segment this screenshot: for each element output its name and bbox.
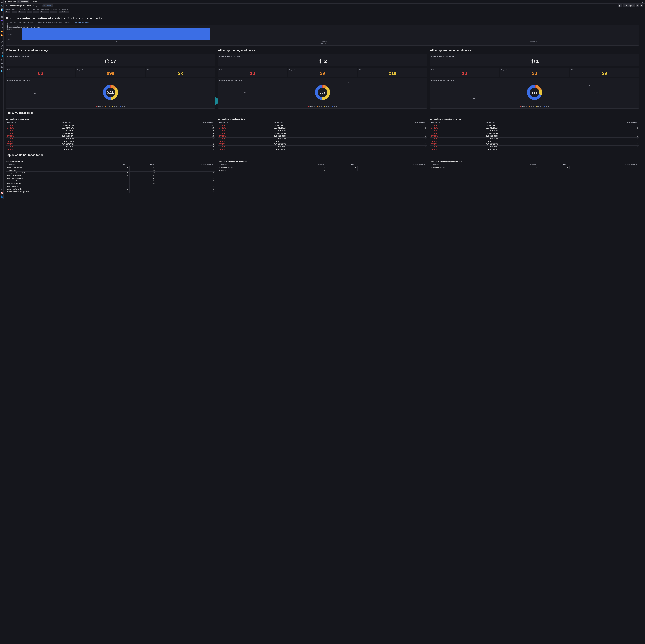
settings-icon[interactable]: ⚙	[1, 188, 3, 191]
table-row[interactable]: CRITICALCVE-2024-320021	[218, 137, 427, 140]
table-row[interactable]: vulnerable-ghost-app10331	[218, 166, 427, 169]
legend-item[interactable]: CRITICAL	[96, 106, 103, 107]
funnel-bar[interactable]	[440, 40, 627, 40]
timerange-picker[interactable]: Last 7 days▾	[623, 4, 635, 7]
table-row[interactable]: CRITICALCVE-2024-454921	[430, 148, 639, 151]
clock-icon[interactable]: ◔	[1, 44, 3, 47]
table-row[interactable]: CRITICALCVE-2021-4684812	[6, 137, 215, 140]
table-row[interactable]: CRITICALCVE-2024-4549116	[6, 129, 215, 132]
legend-item[interactable]: Other	[333, 106, 337, 107]
legend-item[interactable]: Other	[545, 106, 549, 107]
shield2-icon[interactable]: 🛡	[1, 37, 3, 39]
hex-icon[interactable]: ⬡	[1, 41, 3, 43]
upload-button[interactable]: ⤴Upload	[30, 1, 37, 3]
badge-icon[interactable]: ◈	[1, 59, 3, 61]
table-row[interactable]: CRITICALCVE-2023-385451	[430, 132, 639, 135]
table-row[interactable]: CRITICALCVE-2019-845715	[6, 135, 215, 137]
globe-icon[interactable]: 🌐	[1, 55, 3, 57]
legend-item[interactable]: MEDIUM	[112, 106, 119, 107]
table-row[interactable]: CRITICALCVE-2024-373711	[218, 140, 427, 143]
refresh-button[interactable]: ⟳	[636, 4, 639, 7]
table-row[interactable]: CRITICALCVE-2023-3854510	[6, 145, 215, 148]
table-row[interactable]: vulnerable-ghost-app10331	[430, 166, 639, 169]
chart-icon[interactable]: 📈	[1, 192, 3, 194]
help-icon[interactable]: ?	[641, 1, 644, 3]
expand-icon[interactable]: »	[1, 185, 3, 187]
fire2-icon[interactable]: 🔥	[1, 33, 3, 36]
table-row[interactable]: CRITICALCVE-2019-84571	[218, 124, 427, 127]
table-row[interactable]: unguard-profile-service17441	[6, 188, 215, 191]
gear-icon[interactable]: ⚙	[1, 48, 3, 50]
table-row[interactable]: CRITICALCVE-2024-384281	[218, 143, 427, 145]
legend-item[interactable]: HIGH	[529, 106, 534, 107]
table-row[interactable]: unguard-user-simulator202672	[6, 174, 215, 177]
table-row[interactable]: attacker-c2071	[218, 169, 427, 172]
logo-icon[interactable]: ◉	[1, 1, 3, 4]
table-row[interactable]: CRITICALCVE-2019-84571	[430, 124, 639, 127]
table-row[interactable]: unguard-malicious-load-generator15371	[6, 191, 215, 193]
table-row[interactable]: CRITICALCVE-2022-3743410	[6, 143, 215, 145]
table-row[interactable]: CRITICALCVE-2024-454911	[218, 145, 427, 148]
legend-item[interactable]: CRITICAL	[308, 106, 315, 107]
filter-productstage[interactable]: 1 selected ▾	[59, 11, 69, 13]
legend-item[interactable]: MEDIUM	[324, 106, 331, 107]
cube-dropdown[interactable]: ▣ ▾	[618, 4, 622, 7]
dashboards-link[interactable]: ▣Dashboards	[5, 1, 16, 3]
table-row[interactable]: unguard-ad-service18512	[6, 185, 215, 188]
dashboards-icon[interactable]: 📊	[1, 8, 3, 11]
fire1-icon[interactable]: 🔥	[1, 30, 3, 32]
cube-icon[interactable]: ▣	[1, 16, 3, 18]
legend-item[interactable]: Other	[121, 106, 125, 107]
filter-risklevel[interactable]: * ▾	[33, 11, 39, 13]
table-row[interactable]: CRITICALCVE-2024-3737119	[6, 127, 215, 129]
table-row[interactable]: CRITICALCVE-2023-2577511	[6, 140, 215, 143]
table-row[interactable]: CRITICALCVE-2024-4549216	[6, 132, 215, 135]
table-row[interactable]: CRITICALCVE-2023-458531	[218, 135, 427, 137]
table-row[interactable]: unguard-microblog-service20492	[6, 177, 215, 180]
filter-component[interactable]: * ▾	[50, 11, 57, 13]
table-row[interactable]: CRITICALCVE-2023-239141	[218, 127, 427, 129]
legend-item[interactable]: HIGH	[105, 106, 110, 107]
filter-tag[interactable]: * ▾	[27, 11, 32, 13]
grid-icon[interactable]: ⊞	[1, 23, 3, 25]
table-row[interactable]: CRITICALCVE-2024-373711	[430, 140, 639, 143]
filter-registry[interactable]: * ▾	[12, 11, 17, 13]
legend-item[interactable]: MEDIUM	[536, 106, 543, 107]
table-row[interactable]: unguard-load-generator333521	[6, 166, 215, 169]
legend-item[interactable]: CRITICAL	[520, 106, 527, 107]
search-icon[interactable]: 🔍	[1, 5, 3, 7]
layout-icon[interactable]: ▤	[5, 4, 8, 7]
table-row[interactable]: CRITICALCVE-2023-384081	[218, 129, 427, 132]
funnel-bar[interactable]	[231, 40, 419, 40]
filter-repository[interactable]: * ▾	[18, 11, 26, 13]
cloud-icon[interactable]: ☁	[39, 4, 41, 7]
filter-vulnerability[interactable]: * ▾	[40, 11, 48, 13]
table-row[interactable]: CRITICALCVE-2024-454911	[430, 145, 639, 148]
table-row[interactable]: CRITICALCVE-2024-454921	[218, 148, 427, 151]
apps-icon[interactable]: ⋮⋮⋮	[1, 12, 3, 14]
table-row[interactable]: deception-python-dev183541	[6, 183, 215, 185]
drop-icon[interactable]: 💧	[1, 69, 3, 72]
more-icon[interactable]: ⋮	[35, 4, 38, 7]
hex2-icon[interactable]: ⬢	[1, 62, 3, 65]
new-dashboard-button[interactable]: +Dashboard	[17, 0, 29, 3]
table-row[interactable]: CRITICALCVE-2023-4585331	[6, 124, 215, 127]
funnel-bar[interactable]	[22, 28, 210, 40]
table-row[interactable]: insecure-bank27621	[6, 169, 215, 172]
table-row[interactable]: CRITICALCVE-2024-320021	[430, 137, 639, 140]
table-row[interactable]: CRITICALCVE-2023-384081	[430, 129, 639, 132]
refresh-dropdown[interactable]: ▾	[640, 4, 643, 7]
filter-product[interactable]: * ▾	[5, 11, 10, 13]
legend-item[interactable]: HIGH	[317, 106, 322, 107]
ingest-link[interactable]: Security events ingest ↗	[73, 21, 91, 23]
cube-active-icon[interactable]: ▣	[1, 19, 3, 22]
circle-icon[interactable]: ◉	[1, 66, 3, 68]
box-icon[interactable]: ▢	[1, 51, 3, 54]
table-row[interactable]: team-ghost-vulnerable-test-image251111	[6, 172, 215, 174]
table-row[interactable]: CRITICALCVE-2023-385451	[218, 132, 427, 135]
table-row[interactable]: CRITICALCVE-2024-384281	[430, 143, 639, 145]
table-row[interactable]: CRITICALCVE-2023-458531	[430, 135, 639, 137]
table-row[interactable]: CRITICALCVE-2023-239141	[430, 127, 639, 129]
table-row[interactable]: benchmark-sut-worst-case-python183541	[6, 180, 215, 183]
user-icon[interactable]: 👤	[1, 196, 3, 198]
